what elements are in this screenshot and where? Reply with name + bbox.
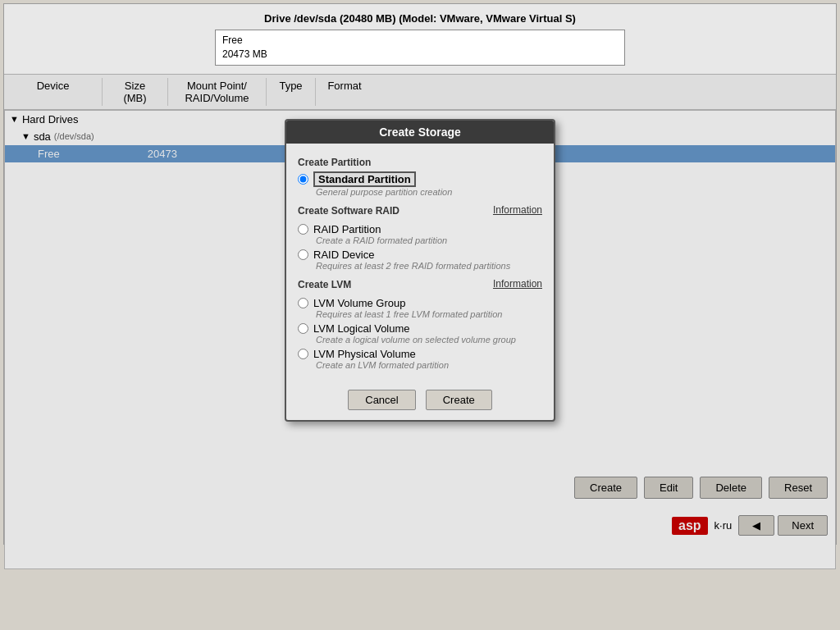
- raid-partition-option[interactable]: RAID Partition Create a RAID formated pa…: [298, 223, 542, 245]
- drive-free-size: 20473 MB: [222, 48, 618, 62]
- dialog-body: Create Partition Standard Partition Gene…: [286, 144, 554, 381]
- standard-partition-option[interactable]: Standard Partition General purpose parti…: [298, 171, 542, 197]
- dialog-title: Create Storage: [286, 121, 554, 144]
- raid-device-radio[interactable]: [298, 249, 308, 260]
- col-mount: Mount Point/RAID/Volume: [168, 78, 267, 106]
- drive-free-label: Free: [222, 34, 618, 48]
- standard-partition-label: Standard Partition: [313, 171, 416, 187]
- raid-partition-desc: Create a RAID formated partition: [316, 235, 542, 245]
- drive-title: Drive /dev/sda (20480 MB) (Model: VMware…: [264, 12, 576, 25]
- lvm-logical-volume-option[interactable]: LVM Logical Volume Create a logical volu…: [298, 322, 542, 345]
- dialog-buttons: Cancel Create: [286, 381, 554, 420]
- col-size: Size(MB): [103, 78, 168, 106]
- table-header: Device Size(MB) Mount Point/RAID/Volume …: [4, 75, 836, 110]
- dialog-overlay: Create Storage Create Partition Standard…: [5, 111, 835, 568]
- lvm-physical-volume-desc: Create an LVM formated partition: [316, 360, 542, 370]
- create-partition-header: Create Partition: [298, 157, 542, 168]
- lvm-physical-volume-label: LVM Physical Volume: [313, 348, 416, 360]
- lvm-volume-group-label: LVM Volume Group: [313, 297, 405, 309]
- cancel-button[interactable]: Cancel: [348, 390, 415, 410]
- lvm-logical-volume-radio[interactable]: [298, 323, 308, 334]
- create-storage-dialog: Create Storage Create Partition Standard…: [285, 119, 555, 422]
- create-software-raid-header: Create Software RAID: [298, 205, 399, 217]
- raid-device-option[interactable]: RAID Device Requires at least 2 free RAI…: [298, 249, 542, 271]
- lvm-volume-group-option[interactable]: LVM Volume Group Requires at least 1 fre…: [298, 297, 542, 319]
- lvm-volume-group-desc: Requires at least 1 free LVM formated pa…: [316, 309, 542, 319]
- create-button[interactable]: Create: [426, 390, 492, 410]
- main-content: ▼ Hard Drives ▼ sda (/dev/sda) Free 2047…: [4, 110, 836, 569]
- drive-bar: Free 20473 MB: [215, 30, 625, 66]
- lvm-physical-volume-option[interactable]: LVM Physical Volume Create an LVM format…: [298, 348, 542, 370]
- raid-partition-label: RAID Partition: [313, 223, 381, 235]
- lvm-logical-volume-label: LVM Logical Volume: [313, 322, 410, 335]
- create-lvm-header: Create LVM: [298, 279, 351, 290]
- raid-partition-radio[interactable]: [298, 224, 308, 235]
- lvm-information-link[interactable]: Information: [493, 278, 542, 290]
- raid-device-label: RAID Device: [313, 249, 374, 261]
- create-software-raid-section: Create Software RAID Information: [298, 200, 542, 220]
- create-lvm-section: Create LVM Information: [298, 274, 542, 294]
- lvm-logical-volume-desc: Create a logical volume on selected volu…: [316, 335, 542, 345]
- standard-partition-radio[interactable]: [298, 174, 308, 185]
- raid-information-link[interactable]: Information: [493, 204, 542, 216]
- standard-partition-desc: General purpose partition creation: [316, 187, 542, 197]
- drive-info-panel: Drive /dev/sda (20480 MB) (Model: VMware…: [4, 4, 836, 75]
- col-device: Device: [4, 78, 103, 106]
- col-type: Type: [267, 78, 316, 106]
- col-format: Format: [316, 78, 373, 106]
- raid-device-desc: Requires at least 2 free RAID formated p…: [316, 261, 542, 271]
- lvm-volume-group-radio[interactable]: [298, 298, 308, 308]
- lvm-physical-volume-radio[interactable]: [298, 349, 308, 359]
